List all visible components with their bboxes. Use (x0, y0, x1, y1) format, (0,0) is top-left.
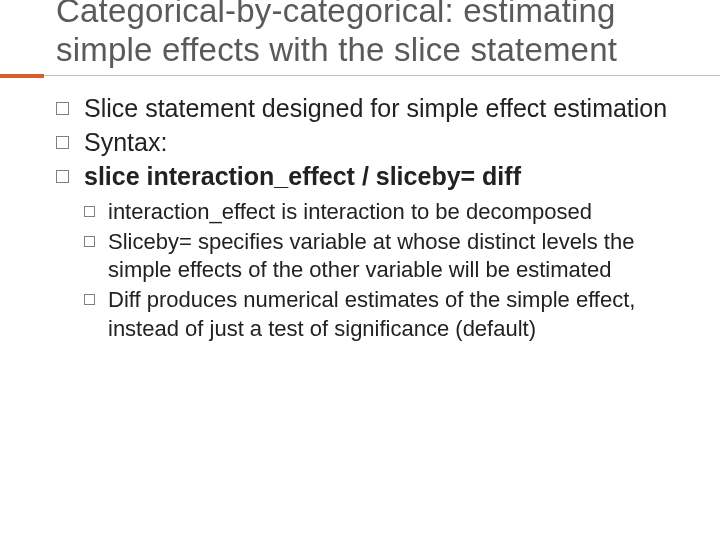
list-item: Sliceby= specifies variable at whose dis… (84, 228, 672, 284)
title-block: Categorical-by-categorical: estimating s… (56, 0, 672, 78)
bullet-text: slice interaction_effect / sliceby= diff (84, 162, 521, 190)
slide-title: Categorical-by-categorical: estimating s… (56, 0, 672, 70)
list-item: Slice statement designed for simple effe… (56, 92, 672, 124)
list-item: Diff produces numerical estimates of the… (84, 286, 672, 342)
list-item: Syntax: (56, 126, 672, 158)
bullet-list: Slice statement designed for simple effe… (56, 92, 672, 343)
slide-body: Slice statement designed for simple effe… (56, 92, 672, 343)
horizontal-rule (44, 75, 720, 76)
bullet-text: Syntax: (84, 128, 167, 156)
sub-bullet-rest: produces numerical estimates of the simp… (108, 287, 635, 340)
sub-bullet-list: interaction_effect is interaction to be … (84, 198, 672, 343)
sub-bullet-lead: interaction_effect (108, 199, 275, 224)
list-item: interaction_effect is interaction to be … (84, 198, 672, 226)
sub-bullet-lead: Diff (108, 287, 141, 312)
sub-bullet-lead: Sliceby= (108, 229, 192, 254)
sub-bullet-rest: is interaction to be decomposed (275, 199, 592, 224)
bullet-text: Slice statement designed for simple effe… (84, 94, 667, 122)
slide: Categorical-by-categorical: estimating s… (0, 0, 720, 532)
title-underline (0, 74, 720, 78)
list-item: slice interaction_effect / sliceby= diff… (56, 160, 672, 343)
accent-bar (0, 74, 44, 78)
